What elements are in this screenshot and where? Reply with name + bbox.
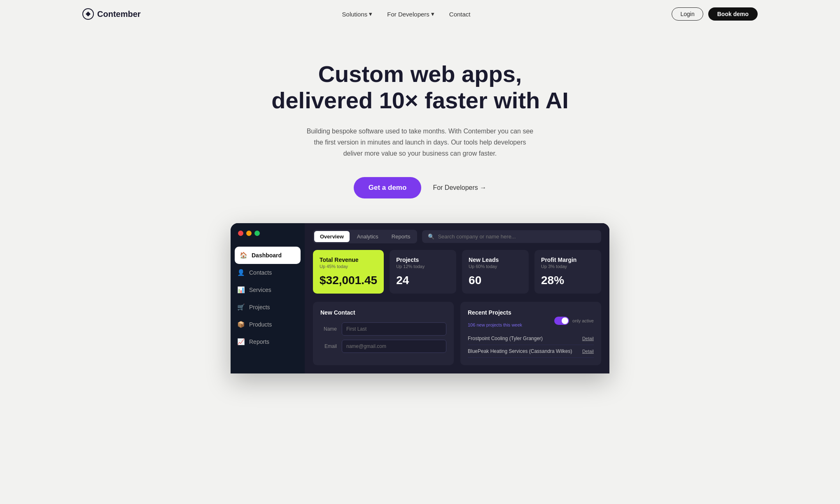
logo[interactable]: Contember [82, 8, 141, 20]
name-field-row: Name [320, 322, 446, 336]
hero-section: Custom web apps, delivered 10× faster wi… [0, 28, 840, 223]
stat-card-revenue: Total Revenue Up 45% today $32,001.45 [313, 250, 384, 294]
sidebar-item-label: Reports [249, 338, 269, 345]
recent-projects-title: Recent Projects 106 new projects this we… [468, 309, 522, 332]
email-field-row: Email [320, 340, 446, 353]
contacts-icon: 👤 [237, 269, 245, 276]
sidebar-item-contacts[interactable]: 👤 Contacts [231, 264, 305, 281]
recent-projects-card: Recent Projects 106 new projects this we… [460, 302, 601, 365]
expand-dot [254, 231, 260, 236]
stat-label: New Leads [469, 257, 522, 263]
new-contact-card: New Contact Name Email [313, 302, 454, 365]
recent-projects-header: Recent Projects 106 new projects this we… [468, 309, 594, 332]
email-label: Email [320, 343, 337, 349]
search-bar: 🔍 [422, 230, 601, 243]
close-dot [238, 231, 243, 236]
project-name: BluePeak Heating Services (Cassandra Wil… [468, 348, 572, 354]
sidebar-menu: 🏠 Dashboard 👤 Contacts 📊 Services 🛒 Proj… [231, 247, 305, 350]
tab-bar: Overview Analytics Reports [313, 230, 417, 243]
sidebar-item-label: Dashboard [252, 252, 282, 259]
topbar: Overview Analytics Reports 🔍 [305, 223, 609, 250]
nav-contact[interactable]: Contact [449, 11, 471, 18]
stat-card-leads: New Leads Up 60% today 60 [462, 250, 529, 294]
products-icon: 📦 [237, 321, 245, 328]
stat-label: Profit Margin [541, 257, 595, 263]
stat-sub: Up 3% today [541, 264, 595, 269]
chevron-down-icon: ▾ [431, 10, 434, 18]
chevron-down-icon: ▾ [369, 10, 372, 18]
new-contact-title: New Contact [320, 309, 446, 316]
sidebar-item-label: Products [249, 321, 272, 328]
stat-sub: Up 12% today [396, 264, 450, 269]
stat-value: 24 [396, 274, 450, 287]
sidebar-item-label: Projects [249, 304, 270, 310]
name-input[interactable] [342, 322, 446, 336]
get-demo-button[interactable]: Get a demo [354, 177, 422, 198]
app-mockup: 🏠 Dashboard 👤 Contacts 📊 Services 🛒 Proj… [231, 223, 609, 373]
login-button[interactable]: Login [672, 7, 703, 21]
toggle-knob [562, 317, 568, 324]
book-demo-button[interactable]: Book demo [708, 7, 758, 21]
sidebar-item-label: Contacts [249, 269, 272, 276]
reports-icon: 📈 [237, 338, 245, 345]
logo-text: Contember [97, 9, 141, 19]
projects-icon: 🛒 [237, 303, 245, 311]
sidebar-item-products[interactable]: 📦 Products [231, 316, 305, 333]
dashboard-icon: 🏠 [240, 252, 247, 259]
mockup-wrapper: 🏠 Dashboard 👤 Contacts 📊 Services 🛒 Proj… [0, 223, 840, 373]
nav-actions: Login Book demo [672, 7, 758, 21]
stat-label: Projects [396, 257, 450, 263]
tab-reports[interactable]: Reports [386, 231, 416, 242]
sidebar-item-label: Services [249, 287, 271, 293]
for-developers-link[interactable]: For Developers → [433, 184, 486, 191]
sidebar-item-reports[interactable]: 📈 Reports [231, 333, 305, 350]
navbar: Contember Solutions ▾ For Developers ▾ C… [0, 0, 840, 28]
stat-value: 28% [541, 274, 595, 287]
name-label: Name [320, 326, 337, 332]
sidebar-item-dashboard[interactable]: 🏠 Dashboard [235, 247, 301, 264]
tab-analytics[interactable]: Analytics [351, 231, 384, 242]
stat-sub: Up 60% today [469, 264, 522, 269]
sidebar: 🏠 Dashboard 👤 Contacts 📊 Services 🛒 Proj… [231, 223, 305, 373]
tab-overview[interactable]: Overview [314, 231, 350, 242]
project-name: Frostpoint Cooling (Tyler Granger) [468, 336, 543, 341]
project-row: BluePeak Heating Services (Cassandra Wil… [468, 345, 594, 358]
nav-links: Solutions ▾ For Developers ▾ Contact [342, 10, 471, 18]
detail-button[interactable]: Detail [582, 349, 594, 354]
bottom-section: New Contact Name Email Recent Projects [305, 302, 609, 373]
main-content: Overview Analytics Reports 🔍 Total Reven… [305, 223, 609, 373]
services-icon: 📊 [237, 286, 245, 294]
stat-card-projects: Projects Up 12% today 24 [390, 250, 456, 294]
active-toggle[interactable] [554, 317, 569, 325]
detail-button[interactable]: Detail [582, 336, 594, 341]
minimize-dot [246, 231, 252, 236]
stat-value: 60 [469, 274, 522, 287]
sidebar-item-services[interactable]: 📊 Services [231, 281, 305, 299]
hero-headline: Custom web apps, delivered 10× faster wi… [8, 61, 832, 114]
email-input[interactable] [342, 340, 446, 353]
sidebar-item-projects[interactable]: 🛒 Projects [231, 299, 305, 316]
hero-actions: Get a demo For Developers → [8, 177, 832, 198]
logo-icon [82, 8, 94, 20]
hero-subtext: Building bespoke software used to take m… [305, 126, 535, 159]
only-active-label: only active [572, 318, 594, 323]
stat-label: Total Revenue [320, 257, 377, 263]
search-input[interactable] [438, 233, 595, 240]
stat-value: $32,001.45 [320, 274, 377, 287]
project-row: Frostpoint Cooling (Tyler Granger) Detai… [468, 332, 594, 345]
stats-row: Total Revenue Up 45% today $32,001.45 Pr… [305, 250, 609, 302]
stat-sub: Up 45% today [320, 264, 377, 269]
stat-card-margin: Profit Margin Up 3% today 28% [534, 250, 601, 294]
nav-solutions[interactable]: Solutions ▾ [342, 10, 373, 18]
toggle-row: only active [554, 317, 594, 325]
search-icon: 🔍 [428, 233, 434, 240]
nav-developers[interactable]: For Developers ▾ [387, 10, 434, 18]
window-traffic-lights [231, 223, 305, 236]
